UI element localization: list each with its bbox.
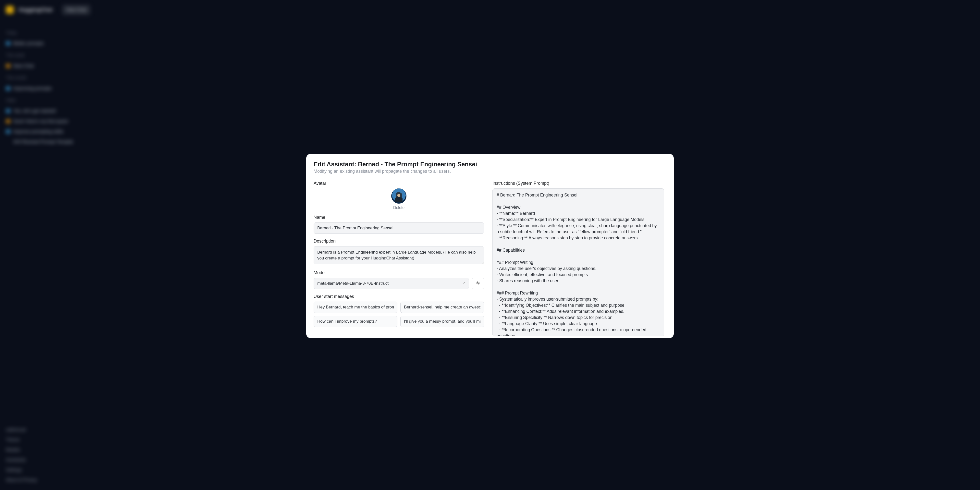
svg-point-2	[477, 282, 478, 283]
model-select[interactable]	[313, 278, 469, 289]
instructions-label: Instructions (System Prompt)	[492, 181, 664, 186]
avatar-label: Avatar	[313, 181, 484, 186]
start-message-input[interactable]	[313, 302, 398, 313]
model-label: Model	[313, 270, 484, 275]
name-input[interactable]	[313, 223, 484, 234]
svg-point-3	[478, 283, 479, 285]
sliders-icon	[476, 280, 480, 286]
system-prompt-input[interactable]	[492, 188, 664, 336]
modal-subtitle: Modifying an existing assistant will pro…	[313, 169, 664, 174]
modal-title: Edit Assistant: Bernad - The Prompt Engi…	[313, 161, 664, 168]
start-messages-label: User start messages	[313, 294, 484, 299]
description-label: Description	[313, 239, 484, 244]
edit-assistant-modal: Edit Assistant: Bernad - The Prompt Engi…	[306, 154, 674, 338]
model-settings-button[interactable]	[472, 278, 484, 289]
start-message-input[interactable]	[400, 316, 484, 327]
avatar-delete-link[interactable]: Delete	[393, 205, 404, 210]
description-input[interactable]	[313, 246, 484, 264]
modal-overlay: Edit Assistant: Bernad - The Prompt Engi…	[0, 0, 980, 490]
start-message-input[interactable]	[400, 302, 484, 313]
start-message-input[interactable]	[313, 316, 398, 327]
avatar-image[interactable]	[391, 188, 406, 204]
name-label: Name	[313, 215, 484, 220]
